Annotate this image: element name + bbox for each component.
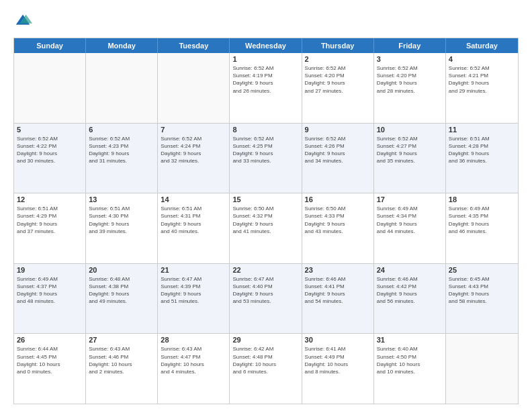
cal-cell-3-2: 13Sunrise: 6:51 AMSunset: 4:30 PMDayligh… [86,193,158,263]
calendar: SundayMondayTuesdayWednesdayThursdayFrid… [13,38,519,404]
cal-cell-4-3: 21Sunrise: 6:47 AMSunset: 4:39 PMDayligh… [158,264,230,334]
day-number: 24 [377,266,443,274]
day-number: 22 [232,266,298,274]
cal-week-3: 12Sunrise: 6:51 AMSunset: 4:29 PMDayligh… [14,193,518,264]
day-info: Sunrise: 6:42 AMSunset: 4:48 PMDaylight:… [232,345,298,375]
day-info: Sunrise: 6:52 AMSunset: 4:20 PMDaylight:… [305,64,371,95]
cal-cell-4-4: 22Sunrise: 6:47 AMSunset: 4:40 PMDayligh… [230,264,302,334]
day-number: 11 [449,126,515,134]
cal-cell-2-3: 7Sunrise: 6:52 AMSunset: 4:24 PMDaylight… [158,124,230,193]
day-number: 6 [89,126,154,134]
day-info: Sunrise: 6:50 AMSunset: 4:33 PMDaylight:… [305,205,371,235]
day-number: 16 [305,195,371,203]
cal-cell-4-2: 20Sunrise: 6:48 AMSunset: 4:38 PMDayligh… [86,264,158,334]
cal-cell-3-7: 18Sunrise: 6:49 AMSunset: 4:35 PMDayligh… [446,193,518,263]
cal-cell-1-2 [86,53,158,123]
day-number: 21 [161,266,226,274]
cal-header-friday: Friday [374,38,446,53]
day-number: 25 [449,266,515,274]
cal-cell-2-4: 8Sunrise: 6:52 AMSunset: 4:25 PMDaylight… [230,124,302,193]
cal-header-sunday: Sunday [14,38,86,53]
day-info: Sunrise: 6:43 AMSunset: 4:47 PMDaylight:… [161,345,226,375]
day-number: 28 [161,336,226,344]
cal-cell-1-7: 4Sunrise: 6:52 AMSunset: 4:21 PMDaylight… [446,53,518,123]
day-info: Sunrise: 6:47 AMSunset: 4:40 PMDaylight:… [232,275,298,306]
logo-icon [13,12,32,31]
day-info: Sunrise: 6:49 AMSunset: 4:35 PMDaylight:… [449,205,515,235]
cal-cell-3-3: 14Sunrise: 6:51 AMSunset: 4:31 PMDayligh… [158,193,230,263]
day-number: 3 [377,55,443,63]
cal-cell-1-1 [14,53,86,123]
cal-cell-5-3: 28Sunrise: 6:43 AMSunset: 4:47 PMDayligh… [158,334,230,404]
day-info: Sunrise: 6:47 AMSunset: 4:39 PMDaylight:… [161,275,226,306]
cal-cell-2-6: 10Sunrise: 6:52 AMSunset: 4:27 PMDayligh… [374,124,446,193]
day-number: 27 [89,336,154,344]
cal-cell-2-2: 6Sunrise: 6:52 AMSunset: 4:23 PMDaylight… [86,124,158,193]
day-number: 20 [89,266,154,274]
header [13,12,519,31]
day-info: Sunrise: 6:40 AMSunset: 4:50 PMDaylight:… [377,345,443,375]
day-number: 19 [17,266,83,274]
day-info: Sunrise: 6:52 AMSunset: 4:24 PMDaylight:… [161,135,226,165]
cal-cell-3-6: 17Sunrise: 6:49 AMSunset: 4:34 PMDayligh… [374,193,446,263]
cal-cell-3-4: 15Sunrise: 6:50 AMSunset: 4:32 PMDayligh… [230,193,302,263]
page: SundayMondayTuesdayWednesdayThursdayFrid… [0,0,532,411]
day-info: Sunrise: 6:49 AMSunset: 4:37 PMDaylight:… [17,275,83,306]
day-info: Sunrise: 6:51 AMSunset: 4:31 PMDaylight:… [161,205,226,235]
cal-cell-4-1: 19Sunrise: 6:49 AMSunset: 4:37 PMDayligh… [14,264,86,334]
day-info: Sunrise: 6:52 AMSunset: 4:27 PMDaylight:… [377,135,443,165]
day-info: Sunrise: 6:52 AMSunset: 4:21 PMDaylight:… [449,64,515,95]
day-number: 23 [305,266,371,274]
day-info: Sunrise: 6:46 AMSunset: 4:42 PMDaylight:… [377,275,443,306]
day-info: Sunrise: 6:52 AMSunset: 4:19 PMDaylight:… [232,64,298,95]
cal-cell-2-5: 9Sunrise: 6:52 AMSunset: 4:26 PMDaylight… [302,124,374,193]
day-number: 2 [305,55,371,63]
cal-header-thursday: Thursday [302,38,374,53]
day-number: 7 [161,126,226,134]
day-number: 17 [377,195,443,203]
day-number: 12 [17,195,83,203]
day-number: 18 [449,195,515,203]
cal-cell-5-4: 29Sunrise: 6:42 AMSunset: 4:48 PMDayligh… [230,334,302,404]
cal-cell-1-4: 1Sunrise: 6:52 AMSunset: 4:19 PMDaylight… [230,53,302,123]
cal-cell-5-2: 27Sunrise: 6:43 AMSunset: 4:46 PMDayligh… [86,334,158,404]
day-number: 29 [232,336,298,344]
day-info: Sunrise: 6:51 AMSunset: 4:29 PMDaylight:… [17,205,83,235]
cal-cell-1-5: 2Sunrise: 6:52 AMSunset: 4:20 PMDaylight… [302,53,374,123]
day-info: Sunrise: 6:50 AMSunset: 4:32 PMDaylight:… [232,205,298,235]
day-info: Sunrise: 6:46 AMSunset: 4:41 PMDaylight:… [305,275,371,306]
calendar-header-row: SundayMondayTuesdayWednesdayThursdayFrid… [14,38,518,53]
day-info: Sunrise: 6:52 AMSunset: 4:23 PMDaylight:… [89,135,154,165]
day-number: 13 [89,195,154,203]
cal-week-4: 19Sunrise: 6:49 AMSunset: 4:37 PMDayligh… [14,264,518,334]
day-info: Sunrise: 6:48 AMSunset: 4:38 PMDaylight:… [89,275,154,306]
day-info: Sunrise: 6:52 AMSunset: 4:25 PMDaylight:… [232,135,298,165]
day-info: Sunrise: 6:49 AMSunset: 4:34 PMDaylight:… [377,205,443,235]
day-number: 14 [161,195,226,203]
cal-header-wednesday: Wednesday [230,38,302,53]
cal-week-2: 5Sunrise: 6:52 AMSunset: 4:22 PMDaylight… [14,124,518,194]
day-info: Sunrise: 6:51 AMSunset: 4:30 PMDaylight:… [89,205,154,235]
cal-cell-5-7 [446,334,518,404]
cal-header-saturday: Saturday [446,38,518,53]
cal-cell-2-7: 11Sunrise: 6:51 AMSunset: 4:28 PMDayligh… [446,124,518,193]
cal-week-5: 26Sunrise: 6:44 AMSunset: 4:45 PMDayligh… [14,334,518,404]
day-info: Sunrise: 6:52 AMSunset: 4:22 PMDaylight:… [17,135,83,165]
day-info: Sunrise: 6:45 AMSunset: 4:43 PMDaylight:… [449,275,515,306]
day-number: 30 [305,336,371,344]
cal-cell-4-6: 24Sunrise: 6:46 AMSunset: 4:42 PMDayligh… [374,264,446,334]
day-number: 10 [377,126,443,134]
day-number: 5 [17,126,83,134]
cal-cell-3-1: 12Sunrise: 6:51 AMSunset: 4:29 PMDayligh… [14,193,86,263]
cal-cell-4-5: 23Sunrise: 6:46 AMSunset: 4:41 PMDayligh… [302,264,374,334]
day-number: 15 [232,195,298,203]
cal-header-monday: Monday [86,38,158,53]
cal-week-1: 1Sunrise: 6:52 AMSunset: 4:19 PMDaylight… [14,53,518,124]
cal-cell-3-5: 16Sunrise: 6:50 AMSunset: 4:33 PMDayligh… [302,193,374,263]
day-number: 9 [305,126,371,134]
day-number: 1 [232,55,298,63]
logo [13,12,35,31]
calendar-body: 1Sunrise: 6:52 AMSunset: 4:19 PMDaylight… [14,53,518,404]
day-info: Sunrise: 6:52 AMSunset: 4:26 PMDaylight:… [305,135,371,165]
cal-cell-1-6: 3Sunrise: 6:52 AMSunset: 4:20 PMDaylight… [374,53,446,123]
